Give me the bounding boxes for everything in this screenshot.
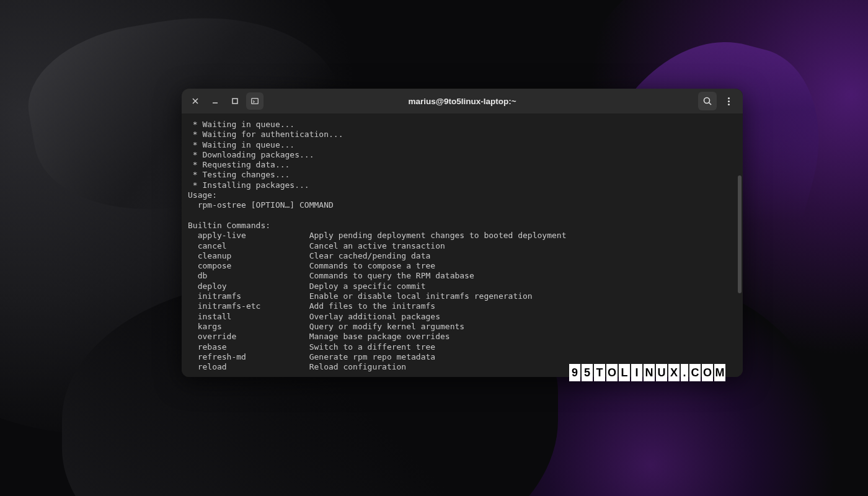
- terminal-icon: [250, 97, 259, 105]
- menu-button[interactable]: [719, 92, 738, 110]
- close-icon: [191, 97, 200, 105]
- watermark-char: U: [656, 364, 667, 381]
- watermark-char: O: [702, 364, 713, 381]
- terminal-output[interactable]: * Waiting in queue... * Waiting for auth…: [182, 113, 737, 377]
- watermark-char: N: [644, 364, 655, 381]
- maximize-button[interactable]: [226, 92, 244, 110]
- watermark-char: .: [681, 364, 688, 381]
- minimize-icon: [211, 97, 219, 105]
- watermark: 95TOLINUX.COM: [569, 364, 725, 381]
- svg-point-2: [704, 98, 710, 104]
- minimize-button[interactable]: [206, 92, 224, 110]
- scrollbar-thumb[interactable]: [738, 175, 742, 293]
- maximize-icon: [231, 97, 239, 105]
- window-title: marius@9to5linux-laptop:~: [408, 97, 516, 106]
- close-button[interactable]: [187, 92, 204, 110]
- search-icon: [702, 96, 712, 106]
- kebab-menu-icon: [728, 97, 730, 105]
- watermark-char: 9: [569, 364, 580, 381]
- watermark-char: M: [714, 364, 725, 381]
- terminal-window: marius@9to5linux-laptop:~ * Waiting in q…: [182, 89, 743, 377]
- watermark-char: L: [619, 364, 630, 381]
- search-button[interactable]: [698, 92, 717, 110]
- watermark-char: C: [689, 364, 701, 381]
- svg-rect-1: [252, 99, 259, 104]
- titlebar: marius@9to5linux-laptop:~: [182, 89, 743, 113]
- svg-rect-0: [232, 99, 237, 104]
- new-tab-button[interactable]: [246, 92, 264, 110]
- watermark-char: O: [606, 364, 618, 381]
- watermark-char: 5: [582, 364, 593, 381]
- watermark-char: X: [668, 364, 680, 381]
- watermark-char: T: [594, 364, 605, 381]
- scrollbar[interactable]: [737, 113, 743, 377]
- watermark-char: I: [631, 364, 642, 381]
